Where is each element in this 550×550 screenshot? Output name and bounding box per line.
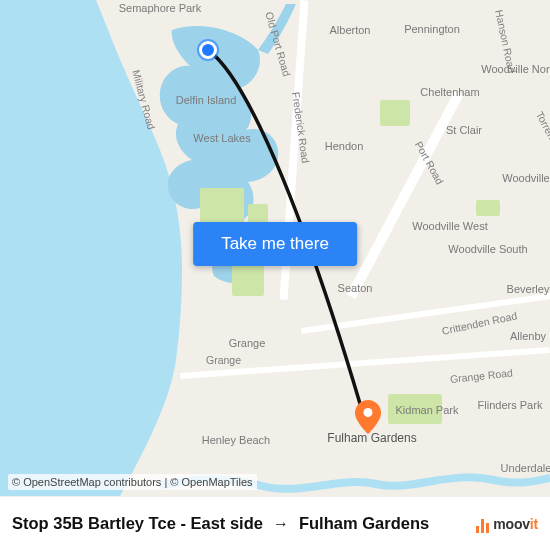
park-patch <box>476 200 500 216</box>
app-frame: Semaphore Park Alberton Pennington Delfi… <box>0 0 550 550</box>
park-patch <box>380 100 410 126</box>
route-summary-bar: Stop 35B Bartley Tce - East side → Fulha… <box>0 496 550 550</box>
take-me-there-button[interactable]: Take me there <box>193 222 357 266</box>
map-attribution: © OpenStreetMap contributors | © OpenMap… <box>8 474 257 490</box>
map-canvas[interactable]: Semaphore Park Alberton Pennington Delfi… <box>0 0 550 496</box>
park-patch <box>232 262 264 296</box>
brand-name: moovit <box>493 516 538 532</box>
moovit-bars-icon <box>476 515 489 533</box>
destination-label: Fulham Gardens <box>299 514 429 533</box>
park-patch <box>388 394 442 424</box>
origin-label: Stop 35B Bartley Tce - East side <box>12 514 263 533</box>
brand-logo: moovit <box>476 515 538 533</box>
arrow-right-icon: → <box>273 515 289 533</box>
